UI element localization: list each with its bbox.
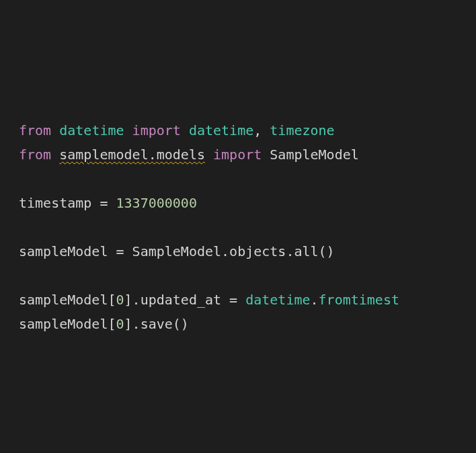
module-samplemodel-warning: samplemodel.models — [59, 147, 205, 163]
dot: . — [311, 292, 319, 308]
module-datetime: datetime — [59, 122, 124, 138]
prop-objects: objects — [229, 243, 286, 259]
name-datetime: datetime — [189, 122, 253, 138]
code-line-1: from datetime import datetime, timezone — [19, 118, 476, 142]
keyword-from: from — [19, 147, 51, 163]
keyword-from: from — [19, 122, 51, 138]
bracket-open: [ — [108, 292, 116, 308]
code-line-4: timestamp = 1337000000 — [19, 191, 476, 215]
parens: () — [173, 316, 189, 332]
code-line-3-blank — [19, 167, 476, 191]
operator-eq: = — [116, 243, 124, 259]
datetime-class: datetime — [245, 292, 310, 308]
operator-eq: = — [229, 292, 237, 308]
dot: . — [286, 243, 294, 259]
code-line-8: sampleModel[0].updated_at = datetime.fro… — [19, 288, 476, 312]
method-fromtimestamp-partial: fromtimest — [319, 292, 399, 308]
dot: . — [221, 243, 229, 259]
code-line-9: sampleModel[0].save() — [19, 312, 476, 336]
code-line-2: from samplemodel.models import SampleMod… — [19, 142, 476, 167]
operator-eq: = — [100, 195, 108, 211]
bracket-close: ] — [124, 316, 132, 332]
comma: , — [253, 122, 262, 138]
code-editor[interactable]: from datetime import datetime, timezone … — [19, 118, 476, 336]
code-line-7-blank — [19, 263, 476, 288]
keyword-import: import — [132, 122, 181, 138]
class-samplemodel: SampleModel — [270, 147, 358, 163]
var-samplemodel: sampleModel — [19, 243, 108, 259]
prop-updated-at: updated_at — [141, 292, 221, 308]
dot: . — [132, 292, 141, 308]
index-zero: 0 — [116, 316, 124, 332]
keyword-import: import — [213, 147, 262, 163]
parens: () — [319, 243, 335, 259]
number-literal: 1337000000 — [116, 195, 197, 211]
code-line-6: sampleModel = SampleModel.objects.all() — [19, 239, 476, 263]
dot: . — [132, 316, 141, 332]
var-samplemodel: sampleModel — [19, 316, 108, 332]
code-line-5-blank — [19, 215, 476, 239]
var-samplemodel: sampleModel — [19, 292, 108, 308]
class-samplemodel: SampleModel — [132, 243, 221, 259]
index-zero: 0 — [116, 292, 124, 308]
var-timestamp: timestamp — [19, 195, 91, 211]
method-save: save — [141, 316, 173, 332]
bracket-close: ] — [124, 292, 132, 308]
name-timezone: timezone — [270, 122, 334, 138]
method-all: all — [294, 243, 318, 259]
bracket-open: [ — [108, 316, 116, 332]
